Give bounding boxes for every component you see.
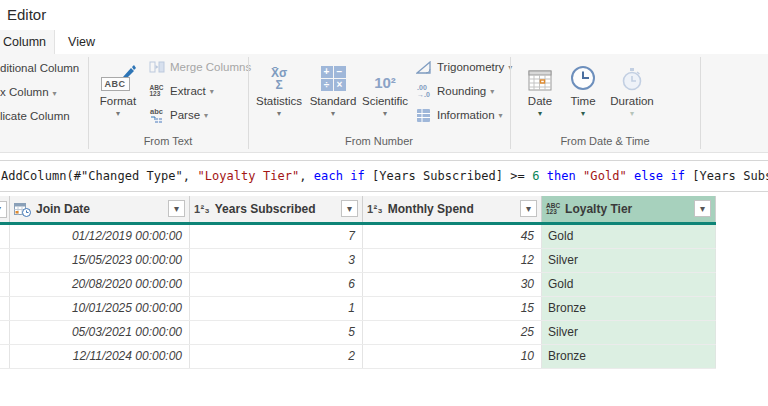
formula-text: AddColumn(#"Changed Type", "Loyalty Tier… xyxy=(1,161,768,191)
cell-years-subscribed[interactable]: 3 xyxy=(190,249,363,272)
cell-loyalty-tier[interactable]: Bronze xyxy=(542,345,716,368)
column-name: Loyalty Tier xyxy=(565,202,632,216)
formula-token: [Years Subscribed] >= xyxy=(365,169,532,183)
row-stub-cell xyxy=(0,273,10,296)
chevron-down-icon xyxy=(520,109,560,118)
cell-loyalty-tier[interactable]: Gold xyxy=(542,225,716,248)
chevron-down-icon xyxy=(53,89,57,98)
cell-loyalty-tier[interactable]: Bronze xyxy=(542,297,716,320)
chevron-down-icon xyxy=(306,109,360,118)
index-column-label: x Column xyxy=(0,86,49,98)
table-row: 20/08/2020 00:00:00630Gold xyxy=(0,273,716,297)
filter-button[interactable] xyxy=(341,200,358,217)
header-cell-loyalty-tier[interactable]: ABC123 Loyalty Tier xyxy=(542,196,716,222)
rounding-button[interactable]: .00→.0 Rounding xyxy=(414,81,494,101)
from-date-time-group-label: From Date & Time xyxy=(510,135,700,147)
header-cell-cut[interactable] xyxy=(0,196,10,222)
chevron-down-icon xyxy=(204,111,208,120)
cell-monthly-spend[interactable]: 15 xyxy=(363,297,542,320)
tab-column[interactable]: Column xyxy=(0,30,55,54)
formula-token xyxy=(539,169,546,183)
filter-button[interactable] xyxy=(168,200,185,217)
cell-years-subscribed[interactable]: 2 xyxy=(190,345,363,368)
cell-years-subscribed[interactable]: 7 xyxy=(190,225,363,248)
cell-join-date[interactable]: 05/03/2021 00:00:00 xyxy=(10,321,190,344)
sigma-glyph: Σ xyxy=(275,78,282,92)
column-name: Join Date xyxy=(36,202,90,216)
filter-button[interactable] xyxy=(0,201,7,218)
title-bar: Editor xyxy=(0,0,768,30)
formula-token: each xyxy=(314,169,343,183)
merge-columns-icon xyxy=(147,60,166,74)
trigonometry-button[interactable]: Trigonometry xyxy=(414,57,512,77)
cell-loyalty-tier[interactable]: Gold xyxy=(542,273,716,296)
cell-monthly-spend[interactable]: 10 xyxy=(363,345,542,368)
stopwatch-icon xyxy=(606,57,658,91)
duplicate-column-button[interactable]: licate Column xyxy=(0,106,70,126)
rounding-icon: .00→.0 xyxy=(414,84,433,98)
scientific-label: Scientific xyxy=(358,95,412,107)
ribbon-tab-row: Column View xyxy=(0,30,768,55)
cell-join-date[interactable]: 15/05/2023 00:00:00 xyxy=(10,249,190,272)
any-type-icon: ABC123 xyxy=(546,203,560,216)
datetime-type-icon xyxy=(14,202,31,217)
table-row: 15/05/2023 00:00:00312Silver xyxy=(0,249,716,273)
merge-columns-button[interactable]: Merge Columns xyxy=(147,57,251,77)
group-separator xyxy=(700,57,701,149)
chevron-down-icon xyxy=(358,109,412,118)
cell-monthly-spend[interactable]: 30 xyxy=(363,273,542,296)
chevron-down-icon xyxy=(606,109,658,118)
cell-years-subscribed[interactable]: 1 xyxy=(190,297,363,320)
scientific-icon: 10² xyxy=(374,74,396,91)
cell-monthly-spend[interactable]: 45 xyxy=(363,225,542,248)
formula-token: [Years Subs xyxy=(685,169,768,183)
formula-token: else xyxy=(634,169,663,183)
data-preview-table: Join Date 1²₃ Years Subscribed 1²₃ Month… xyxy=(0,196,716,369)
conditional-column-button[interactable]: ditional Column xyxy=(0,58,79,78)
parse-button[interactable]: abc Parse xyxy=(147,105,208,125)
row-stub-cell xyxy=(0,225,10,248)
extract-button[interactable]: ABC123 Extract xyxy=(147,81,214,101)
information-label: Information xyxy=(437,109,495,121)
cell-monthly-spend[interactable]: 12 xyxy=(363,249,542,272)
trigonometry-label: Trigonometry xyxy=(437,61,504,73)
index-column-button[interactable]: x Column xyxy=(0,82,57,102)
chevron-down-icon xyxy=(252,109,306,118)
onetwothree-glyph: 123 xyxy=(546,209,560,216)
tab-view[interactable]: View xyxy=(55,30,108,54)
standard-symbol-glyph: × xyxy=(334,79,346,91)
cell-join-date[interactable]: 01/12/2019 00:00:00 xyxy=(10,225,190,248)
extract-icon: ABC123 xyxy=(147,85,166,98)
parse-icon: abc xyxy=(147,108,166,123)
filter-button[interactable] xyxy=(520,200,537,217)
from-number-group-label: From Number xyxy=(248,135,510,147)
formula-bar[interactable]: AddColumn(#"Changed Type", "Loyalty Tier… xyxy=(0,160,768,192)
cell-years-subscribed[interactable]: 6 xyxy=(190,273,363,296)
from-text-group-label: From Text xyxy=(88,135,248,147)
rounding-top-glyph: .00 xyxy=(417,84,430,91)
information-button[interactable]: Information xyxy=(414,105,503,125)
formula-token: , xyxy=(299,169,314,183)
cell-join-date[interactable]: 12/11/2024 00:00:00 xyxy=(10,345,190,368)
cell-join-date[interactable]: 20/08/2020 00:00:00 xyxy=(10,273,190,296)
trigonometry-icon xyxy=(414,61,433,74)
information-icon xyxy=(414,109,433,122)
clock-icon xyxy=(563,57,603,91)
formula-token: "Loyalty Tier" xyxy=(197,169,299,183)
cell-loyalty-tier[interactable]: Silver xyxy=(542,249,716,272)
standard-icon: +−÷× xyxy=(321,66,346,91)
header-cell-monthly-spend[interactable]: 1²₃ Monthly Spend xyxy=(363,196,542,222)
cell-loyalty-tier[interactable]: Silver xyxy=(542,321,716,344)
cell-join-date[interactable]: 10/01/2025 00:00:00 xyxy=(10,297,190,320)
onetwothree-glyph: 123 xyxy=(149,91,163,98)
filter-button[interactable] xyxy=(694,200,711,217)
row-stub-cell xyxy=(0,345,10,368)
header-cell-years-subscribed[interactable]: 1²₃ Years Subscribed xyxy=(190,196,363,222)
statistics-label: Statistics xyxy=(252,95,306,107)
duration-label: Duration xyxy=(606,95,658,107)
chevron-down-icon xyxy=(563,109,603,118)
cell-monthly-spend[interactable]: 25 xyxy=(363,321,542,344)
column-name: Monthly Spend xyxy=(388,202,474,216)
header-cell-join-date[interactable]: Join Date xyxy=(10,196,190,222)
cell-years-subscribed[interactable]: 5 xyxy=(190,321,363,344)
